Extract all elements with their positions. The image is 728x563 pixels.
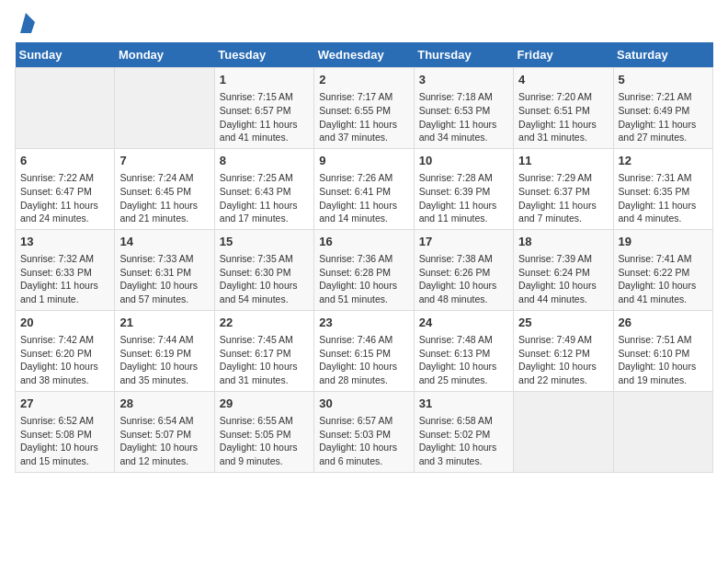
- calendar-header-row: SundayMondayTuesdayWednesdayThursdayFrid…: [16, 42, 713, 68]
- cell-info: Sunrise: 7:22 AMSunset: 6:47 PMDaylight:…: [20, 171, 109, 225]
- cell-info: Sunrise: 7:36 AMSunset: 6:28 PMDaylight:…: [319, 252, 408, 306]
- calendar-cell: 20Sunrise: 7:42 AMSunset: 6:20 PMDayligh…: [16, 310, 115, 391]
- cell-info: Sunrise: 7:49 AMSunset: 6:12 PMDaylight:…: [518, 333, 608, 387]
- week-row-4: 20Sunrise: 7:42 AMSunset: 6:20 PMDayligh…: [16, 310, 713, 391]
- cell-info: Sunrise: 7:29 AMSunset: 6:37 PMDaylight:…: [518, 171, 608, 225]
- calendar-cell: 2Sunrise: 7:17 AMSunset: 6:55 PMDaylight…: [314, 68, 414, 149]
- day-number: 11: [518, 153, 608, 169]
- day-number: 18: [518, 234, 608, 250]
- calendar-cell: 30Sunrise: 6:57 AMSunset: 5:03 PMDayligh…: [314, 391, 414, 472]
- day-number: 19: [619, 234, 708, 250]
- calendar-cell: 19Sunrise: 7:41 AMSunset: 6:22 PMDayligh…: [613, 229, 712, 310]
- day-number: 1: [220, 72, 309, 88]
- calendar-cell: 5Sunrise: 7:21 AMSunset: 6:49 PMDaylight…: [613, 68, 712, 149]
- cell-info: Sunrise: 7:17 AMSunset: 6:55 PMDaylight:…: [319, 90, 408, 144]
- cell-info: Sunrise: 7:25 AMSunset: 6:43 PMDaylight:…: [220, 171, 309, 225]
- col-header-friday: Friday: [514, 42, 613, 68]
- calendar-cell: 16Sunrise: 7:36 AMSunset: 6:28 PMDayligh…: [314, 229, 414, 310]
- calendar-cell: 9Sunrise: 7:26 AMSunset: 6:41 PMDaylight…: [314, 148, 414, 229]
- day-number: 6: [20, 153, 109, 169]
- calendar-cell: 10Sunrise: 7:28 AMSunset: 6:39 PMDayligh…: [414, 148, 513, 229]
- cell-info: Sunrise: 6:54 AMSunset: 5:07 PMDaylight:…: [119, 414, 209, 468]
- cell-info: Sunrise: 7:45 AMSunset: 6:17 PMDaylight:…: [220, 333, 309, 387]
- cell-info: Sunrise: 7:38 AMSunset: 6:26 PMDaylight:…: [419, 252, 508, 306]
- calendar-cell: 15Sunrise: 7:35 AMSunset: 6:30 PMDayligh…: [214, 229, 313, 310]
- cell-info: Sunrise: 7:39 AMSunset: 6:24 PMDaylight:…: [518, 252, 608, 306]
- day-number: 10: [419, 153, 508, 169]
- calendar-cell: 21Sunrise: 7:44 AMSunset: 6:19 PMDayligh…: [115, 310, 214, 391]
- day-number: 22: [220, 315, 309, 331]
- calendar-cell: 22Sunrise: 7:45 AMSunset: 6:17 PMDayligh…: [214, 310, 313, 391]
- svg-marker-0: [20, 13, 35, 33]
- calendar-cell: 14Sunrise: 7:33 AMSunset: 6:31 PMDayligh…: [115, 229, 214, 310]
- col-header-thursday: Thursday: [414, 42, 513, 68]
- day-number: 25: [518, 315, 608, 331]
- calendar-cell: 24Sunrise: 7:48 AMSunset: 6:13 PMDayligh…: [414, 310, 513, 391]
- day-number: 27: [20, 396, 109, 412]
- calendar-cell: 26Sunrise: 7:51 AMSunset: 6:10 PMDayligh…: [613, 310, 712, 391]
- calendar-cell: 27Sunrise: 6:52 AMSunset: 5:08 PMDayligh…: [16, 391, 115, 472]
- calendar-cell: 29Sunrise: 6:55 AMSunset: 5:05 PMDayligh…: [214, 391, 313, 472]
- day-number: 3: [419, 72, 508, 88]
- day-number: 26: [619, 315, 708, 331]
- page-header: [15, 15, 713, 33]
- calendar-cell: 23Sunrise: 7:46 AMSunset: 6:15 PMDayligh…: [314, 310, 414, 391]
- day-number: 31: [419, 396, 508, 412]
- day-number: 14: [119, 234, 209, 250]
- calendar-cell: 3Sunrise: 7:18 AMSunset: 6:53 PMDaylight…: [414, 68, 513, 149]
- calendar-cell: 7Sunrise: 7:24 AMSunset: 6:45 PMDaylight…: [115, 148, 214, 229]
- calendar-cell: 12Sunrise: 7:31 AMSunset: 6:35 PMDayligh…: [613, 148, 712, 229]
- logo: [15, 15, 35, 33]
- day-number: 2: [319, 72, 408, 88]
- cell-info: Sunrise: 7:33 AMSunset: 6:31 PMDaylight:…: [119, 252, 209, 306]
- day-number: 7: [119, 153, 209, 169]
- calendar-cell: 18Sunrise: 7:39 AMSunset: 6:24 PMDayligh…: [514, 229, 613, 310]
- cell-info: Sunrise: 6:55 AMSunset: 5:05 PMDaylight:…: [220, 414, 309, 468]
- day-number: 5: [619, 72, 708, 88]
- cell-info: Sunrise: 7:31 AMSunset: 6:35 PMDaylight:…: [619, 171, 708, 225]
- calendar-cell: 8Sunrise: 7:25 AMSunset: 6:43 PMDaylight…: [214, 148, 313, 229]
- col-header-wednesday: Wednesday: [314, 42, 414, 68]
- col-header-monday: Monday: [115, 42, 214, 68]
- calendar-cell: 4Sunrise: 7:20 AMSunset: 6:51 PMDaylight…: [514, 68, 613, 149]
- cell-info: Sunrise: 7:24 AMSunset: 6:45 PMDaylight:…: [119, 171, 209, 225]
- day-number: 4: [518, 72, 608, 88]
- cell-info: Sunrise: 6:52 AMSunset: 5:08 PMDaylight:…: [20, 414, 109, 468]
- calendar-cell: [613, 391, 712, 472]
- day-number: 13: [20, 234, 109, 250]
- cell-info: Sunrise: 7:51 AMSunset: 6:10 PMDaylight:…: [619, 333, 708, 387]
- logo-arrow-icon: [17, 13, 35, 33]
- calendar-cell: [115, 68, 214, 149]
- week-row-3: 13Sunrise: 7:32 AMSunset: 6:33 PMDayligh…: [16, 229, 713, 310]
- cell-info: Sunrise: 7:26 AMSunset: 6:41 PMDaylight:…: [319, 171, 408, 225]
- day-number: 15: [220, 234, 309, 250]
- cell-info: Sunrise: 7:48 AMSunset: 6:13 PMDaylight:…: [419, 333, 508, 387]
- calendar-table: SundayMondayTuesdayWednesdayThursdayFrid…: [15, 42, 713, 473]
- cell-info: Sunrise: 7:21 AMSunset: 6:49 PMDaylight:…: [619, 90, 708, 144]
- day-number: 28: [119, 396, 209, 412]
- cell-info: Sunrise: 7:35 AMSunset: 6:30 PMDaylight:…: [220, 252, 309, 306]
- cell-info: Sunrise: 6:58 AMSunset: 5:02 PMDaylight:…: [419, 414, 508, 468]
- week-row-1: 1Sunrise: 7:15 AMSunset: 6:57 PMDaylight…: [16, 68, 713, 149]
- col-header-saturday: Saturday: [613, 42, 712, 68]
- col-header-sunday: Sunday: [16, 42, 115, 68]
- day-number: 29: [220, 396, 309, 412]
- cell-info: Sunrise: 7:44 AMSunset: 6:19 PMDaylight:…: [119, 333, 209, 387]
- day-number: 9: [319, 153, 408, 169]
- cell-info: Sunrise: 6:57 AMSunset: 5:03 PMDaylight:…: [319, 414, 408, 468]
- day-number: 24: [419, 315, 508, 331]
- day-number: 8: [220, 153, 309, 169]
- day-number: 16: [319, 234, 408, 250]
- calendar-cell: 31Sunrise: 6:58 AMSunset: 5:02 PMDayligh…: [414, 391, 513, 472]
- day-number: 20: [20, 315, 109, 331]
- calendar-cell: [514, 391, 613, 472]
- cell-info: Sunrise: 7:32 AMSunset: 6:33 PMDaylight:…: [20, 252, 109, 306]
- cell-info: Sunrise: 7:20 AMSunset: 6:51 PMDaylight:…: [518, 90, 608, 144]
- calendar-cell: 11Sunrise: 7:29 AMSunset: 6:37 PMDayligh…: [514, 148, 613, 229]
- cell-info: Sunrise: 7:18 AMSunset: 6:53 PMDaylight:…: [419, 90, 508, 144]
- day-number: 30: [319, 396, 408, 412]
- cell-info: Sunrise: 7:28 AMSunset: 6:39 PMDaylight:…: [419, 171, 508, 225]
- day-number: 17: [419, 234, 508, 250]
- calendar-cell: 13Sunrise: 7:32 AMSunset: 6:33 PMDayligh…: [16, 229, 115, 310]
- week-row-2: 6Sunrise: 7:22 AMSunset: 6:47 PMDaylight…: [16, 148, 713, 229]
